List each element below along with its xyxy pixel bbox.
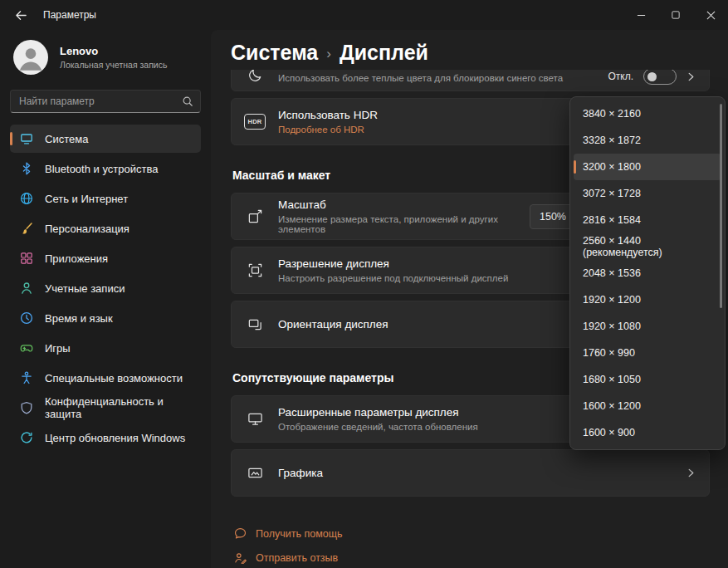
shield-icon: [20, 401, 33, 414]
breadcrumb-root[interactable]: Система: [231, 41, 318, 65]
resolution-option[interactable]: 2816 × 1584: [574, 207, 721, 233]
dropdown-scrollbar[interactable]: [720, 104, 722, 308]
chevron-right-icon: [686, 72, 696, 81]
sidebar-item-network[interactable]: Сеть и Интернет: [10, 184, 201, 213]
sidebar: Lenovo Локальная учетная запись Система …: [0, 30, 211, 568]
chevron-right-icon: [686, 468, 696, 477]
user-name: Lenovo: [60, 45, 167, 57]
user-account[interactable]: Lenovo Локальная учетная запись: [10, 35, 201, 88]
maximize-icon: [672, 11, 680, 19]
resolution-option[interactable]: 1920 × 1200: [574, 286, 721, 313]
sidebar-item-label: Персонализация: [45, 223, 129, 235]
toggle-state-label: Откл.: [608, 71, 633, 82]
night-light-subtitle: Использовать более теплые цвета для блок…: [278, 73, 608, 83]
resolution-option-selected[interactable]: 3200 × 1800: [574, 154, 721, 180]
titlebar: Параметры: [0, 0, 728, 30]
resolution-option[interactable]: 1760 × 990: [574, 340, 721, 366]
sidebar-item-accessibility[interactable]: Специальные возможности: [10, 364, 201, 392]
sidebar-item-label: Время и язык: [45, 312, 113, 325]
update-icon: [20, 431, 33, 444]
graphics-icon: [245, 465, 265, 481]
get-help-link[interactable]: Получить помощь: [234, 521, 342, 546]
sidebar-item-accounts[interactable]: Учетные записи: [10, 274, 201, 302]
sidebar-item-time-language[interactable]: Время и язык: [10, 304, 201, 332]
toggle-knob: [647, 72, 657, 81]
scale-icon: [245, 208, 265, 224]
minimize-button[interactable]: [623, 0, 658, 30]
sidebar-item-label: Центр обновления Windows: [45, 432, 185, 444]
page-footer: Получить помощь Отправить отзыв: [231, 521, 710, 568]
sidebar-item-label: Система: [45, 133, 88, 145]
user-account-type: Локальная учетная запись: [60, 60, 167, 70]
resolution-option[interactable]: 1600 × 900: [574, 419, 721, 446]
minimize-icon: [637, 11, 646, 20]
clock-icon: [20, 311, 33, 325]
breadcrumb-separator: ›: [326, 46, 331, 62]
sidebar-nav: Система Bluetooth и устройства Сеть и Ин…: [10, 125, 201, 452]
sidebar-item-privacy[interactable]: Конфиденциальность и защита: [10, 394, 201, 422]
resolution-option[interactable]: 1600 × 1200: [574, 393, 721, 419]
back-arrow-icon: [15, 9, 27, 22]
sidebar-item-personalization[interactable]: Персонализация: [10, 214, 201, 242]
close-button[interactable]: [693, 0, 728, 30]
bluetooth-icon: [20, 162, 33, 175]
resolution-option[interactable]: 3840 × 2160: [574, 100, 721, 127]
scale-title: Масштаб: [278, 198, 530, 211]
scale-value: 150%: [540, 211, 566, 223]
graphics-card[interactable]: Графика: [231, 449, 710, 497]
help-bubble-icon: [234, 527, 247, 540]
sidebar-item-bluetooth[interactable]: Bluetooth и устройства: [10, 154, 201, 183]
resolution-option[interactable]: 3328 × 1872: [574, 127, 721, 154]
sidebar-item-windows-update[interactable]: Центр обновления Windows: [10, 424, 201, 452]
window-title: Параметры: [43, 9, 96, 21]
night-light-card[interactable]: Использовать более теплые цвета для блок…: [231, 70, 710, 91]
avatar: [13, 40, 48, 75]
sidebar-item-label: Bluetooth и устройства: [45, 163, 158, 175]
get-help-label: Получить помощь: [256, 528, 342, 540]
send-feedback-link[interactable]: Отправить отзыв: [234, 546, 338, 568]
breadcrumb: Система › Дисплей: [211, 30, 728, 65]
back-button[interactable]: [7, 2, 35, 27]
sidebar-item-system[interactable]: Система: [10, 125, 201, 153]
search-input[interactable]: [10, 90, 201, 113]
sidebar-item-label: Приложения: [45, 252, 108, 265]
hdr-icon: HDR: [245, 114, 265, 130]
apps-grid-icon: [20, 252, 33, 265]
scale-subtitle: Изменение размера текста, приложений и д…: [278, 214, 530, 234]
feedback-icon: [234, 551, 247, 564]
sidebar-item-label: Учетные записи: [45, 282, 125, 295]
sidebar-item-label: Конфиденциальность и защита: [45, 395, 191, 420]
resolution-icon: [245, 262, 265, 278]
globe-icon: [20, 192, 33, 205]
sidebar-item-label: Сеть и Интернет: [45, 193, 128, 205]
display-icon: [245, 411, 265, 427]
night-light-icon: [245, 70, 265, 83]
resolution-option[interactable]: 3072 × 1728: [574, 180, 721, 207]
person-icon: [20, 282, 33, 295]
graphics-title: Графика: [278, 467, 686, 479]
resolution-option[interactable]: 1680 × 1050: [574, 366, 721, 393]
send-feedback-label: Отправить отзыв: [256, 552, 338, 564]
night-light-toggle[interactable]: [643, 70, 677, 85]
window-controls: [623, 0, 728, 30]
gamepad-icon: [20, 341, 33, 355]
brush-icon: [20, 222, 33, 235]
sidebar-item-apps[interactable]: Приложения: [10, 244, 201, 272]
page-title: Дисплей: [340, 41, 428, 65]
orientation-icon: [245, 316, 265, 332]
accessibility-icon: [20, 371, 33, 384]
sidebar-item-label: Игры: [45, 342, 71, 355]
search-icon: [182, 95, 193, 107]
sidebar-item-label: Специальные возможности: [45, 372, 183, 384]
resolution-option[interactable]: 1920 × 1080: [574, 313, 721, 340]
resolution-dropdown: 3840 × 2160 3328 × 1872 3200 × 1800 3072…: [569, 96, 726, 450]
close-icon: [706, 11, 716, 20]
resolution-option[interactable]: 2048 × 1536: [574, 260, 721, 286]
sidebar-item-gaming[interactable]: Игры: [10, 334, 201, 362]
monitor-icon: [20, 132, 33, 145]
maximize-button[interactable]: [658, 0, 693, 30]
resolution-option[interactable]: 2560 × 1440 (рекомендуется): [574, 233, 721, 260]
